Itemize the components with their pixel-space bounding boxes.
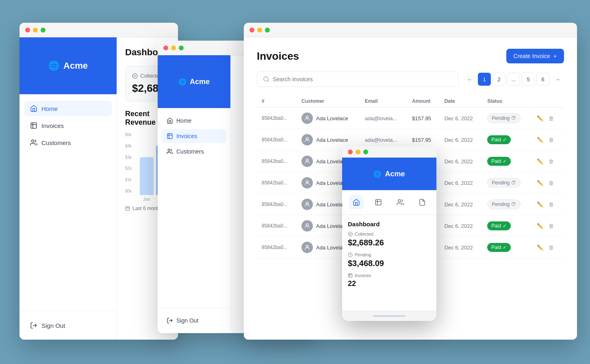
invoices-header: Invoices Create Invoice +: [257, 49, 564, 63]
customer-avatar: [302, 134, 313, 145]
mobile-footer: [342, 311, 436, 321]
customer-name: Ada Lovelace: [316, 137, 348, 143]
delete-button[interactable]: 🗑: [547, 114, 555, 123]
cell-date: Dec 6, 2022: [440, 129, 483, 151]
pagination-prev[interactable]: ←: [463, 73, 476, 86]
maximize-dot-4: [363, 150, 368, 154]
cell-actions: ✏️ 🗑: [530, 129, 564, 151]
pagination-page-2[interactable]: 2: [492, 73, 505, 86]
sidebar2-item-customers[interactable]: Customers: [162, 145, 226, 158]
delete-button[interactable]: 🗑: [547, 135, 555, 145]
delete-button[interactable]: 🗑: [547, 178, 555, 188]
pending-section: Pending $3,468.09: [348, 252, 431, 268]
svg-point-3: [32, 140, 34, 142]
pagination: ← 1 2 ... 5 6 →: [463, 73, 564, 86]
cell-status: Paid ✓: [482, 129, 530, 151]
sidebar-item-invoices[interactable]: Invoices: [24, 118, 112, 133]
dollar-icon: [132, 73, 138, 79]
status-badge: Paid ✓: [487, 157, 510, 166]
cell-id: 85842ba0...: [257, 237, 297, 258]
mobile-icon-customers[interactable]: [393, 195, 408, 210]
signout-label-1: Sign Out: [41, 322, 65, 329]
cell-actions: ✏️ 🗑: [530, 151, 564, 172]
col-header-actions: [530, 95, 564, 108]
clock-icon-mobile: [348, 252, 353, 257]
edit-button[interactable]: ✏️: [535, 114, 545, 123]
sidebar-item-customers-label: Customers: [41, 139, 71, 146]
mobile-icon-docs[interactable]: [415, 195, 429, 210]
cell-id: 85842ba0...: [257, 151, 297, 172]
search-box[interactable]: [257, 72, 458, 87]
customers-icon: [30, 139, 37, 146]
svg-point-17: [264, 77, 268, 81]
sidebar-2: 🌐 Acme Home Invoices Customers: [158, 55, 231, 333]
sidebar-bottom-2: Sign Out: [158, 308, 230, 333]
mobile-footer-bar: [373, 315, 406, 317]
svg-rect-8: [126, 207, 130, 210]
home-icon: [30, 105, 37, 112]
invoice-icon-mobile: [375, 199, 382, 206]
chart-bar-jan: [140, 157, 154, 195]
invoice-icon-mobile-dash: [348, 273, 353, 278]
search-pagination-row: ← 1 2 ... 5 6 →: [257, 72, 564, 87]
svg-rect-34: [349, 274, 352, 277]
delete-button[interactable]: 🗑: [547, 157, 555, 166]
globe-icon-2: 🌐: [178, 78, 187, 86]
close-dot-3: [249, 28, 254, 32]
sidebar2-customers-label: Customers: [176, 148, 204, 155]
doc-icon-mobile: [419, 199, 426, 206]
svg-rect-26: [375, 199, 381, 205]
search-input[interactable]: [273, 76, 452, 82]
plus-icon: +: [553, 53, 557, 59]
edit-button[interactable]: ✏️: [535, 135, 545, 145]
pagination-page-5[interactable]: 5: [522, 73, 535, 86]
mobile-invoices-text: Invoices: [355, 273, 371, 278]
signout-icon: [30, 322, 37, 329]
edit-button[interactable]: ✏️: [535, 178, 545, 188]
pagination-page-6[interactable]: 6: [536, 73, 549, 86]
mobile-collected-value: $2,689.26: [348, 238, 431, 247]
sidebar-logo-2: 🌐 Acme: [158, 55, 230, 108]
col-header-amount: Amount: [407, 95, 440, 108]
delete-button[interactable]: 🗑: [547, 221, 555, 231]
cell-actions: ✏️ 🗑: [530, 237, 564, 258]
edit-button[interactable]: ✏️: [535, 221, 545, 231]
cell-date: Dec 6, 2022: [440, 151, 483, 172]
mobile-content: Dashboard Collected $2,689.26 Pending $3…: [342, 215, 436, 311]
svg-line-18: [267, 80, 269, 82]
cell-id: 85842ba0...: [257, 129, 297, 151]
window-dashboard-back: 🌐 Acme Home Invoices Customers: [20, 23, 178, 340]
signout-button-1[interactable]: Sign Out: [24, 318, 112, 333]
svg-point-19: [306, 116, 308, 118]
sidebar2-item-home[interactable]: Home: [162, 114, 226, 128]
customers-icon-2: [167, 148, 173, 155]
mobile-icon-home[interactable]: [349, 195, 364, 210]
svg-rect-12: [167, 134, 172, 139]
chart-y-axis: $5k $4k $3k $2k $1k $0k: [125, 132, 132, 193]
pagination-page-1[interactable]: 1: [478, 73, 491, 86]
delete-button[interactable]: 🗑: [547, 200, 555, 209]
edit-button[interactable]: ✏️: [535, 157, 545, 166]
maximize-dot-2: [179, 46, 184, 50]
signout-button-2[interactable]: Sign Out: [162, 314, 226, 327]
close-dot-2: [163, 46, 168, 50]
create-invoice-button[interactable]: Create Invoice +: [506, 49, 564, 63]
cell-date: Dec 6, 2022: [440, 215, 483, 237]
edit-button[interactable]: ✏️: [535, 200, 545, 209]
sidebar-item-home[interactable]: Home: [24, 101, 112, 116]
mobile-icon-invoices[interactable]: [371, 195, 386, 210]
minimize-dot: [33, 28, 38, 32]
delete-button[interactable]: 🗑: [547, 243, 555, 252]
status-badge: Pending ⏱: [487, 113, 520, 123]
mobile-pending-value: $3,468.09: [348, 259, 431, 268]
sidebar-item-customers[interactable]: Customers: [24, 135, 112, 150]
collected-section: Collected $2,689.26: [348, 232, 431, 247]
mobile-collected-label: Collected: [348, 232, 431, 236]
cell-actions: ✏️ 🗑: [530, 194, 564, 215]
sidebar2-item-invoices[interactable]: Invoices: [162, 129, 226, 143]
customer-avatar: [302, 113, 313, 124]
window-chrome-4: [342, 146, 436, 158]
search-icon: [263, 76, 269, 82]
edit-button[interactable]: ✏️: [535, 243, 545, 252]
pagination-next[interactable]: →: [551, 73, 564, 86]
